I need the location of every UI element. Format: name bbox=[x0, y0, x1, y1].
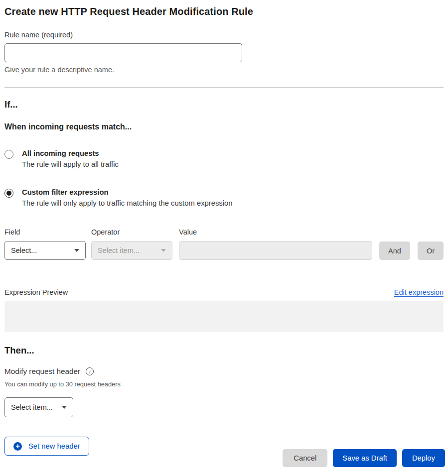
operator-label: Operator bbox=[91, 228, 172, 236]
rule-name-label: Rule name (required) bbox=[4, 31, 444, 39]
value-input bbox=[179, 241, 372, 260]
expression-preview-box bbox=[4, 301, 444, 332]
and-button[interactable]: And bbox=[379, 241, 410, 260]
if-heading: If... bbox=[4, 99, 444, 110]
then-heading: Then... bbox=[4, 345, 444, 356]
radio-option-label: Custom filter expression bbox=[22, 188, 232, 196]
or-button[interactable]: Or bbox=[418, 241, 444, 260]
modify-helper-text: You can modify up to 30 request headers bbox=[4, 380, 444, 388]
footer-action-bar: Cancel Save as Draft Deploy bbox=[283, 449, 445, 467]
rule-name-section: Rule name (required) Give your rule a de… bbox=[4, 31, 444, 74]
radio-option-description: The rule will apply to all traffic bbox=[22, 160, 119, 168]
create-rule-page: Create new HTTP Request Header Modificat… bbox=[0, 0, 448, 456]
operator-select: Select item... bbox=[91, 241, 172, 260]
value-label: Value bbox=[179, 228, 372, 236]
header-action-select-value: Select item... bbox=[11, 403, 53, 411]
andor-button-group: And Or bbox=[379, 241, 444, 260]
set-new-header-label: Set new header bbox=[28, 442, 80, 450]
radio-selected-icon[interactable] bbox=[4, 189, 13, 198]
chevron-down-icon bbox=[161, 249, 166, 252]
deploy-button[interactable]: Deploy bbox=[402, 449, 445, 467]
chevron-down-icon bbox=[62, 406, 67, 409]
field-select-value: Select... bbox=[11, 246, 37, 254]
radio-option-texts: Custom filter expression The rule will o… bbox=[22, 188, 232, 207]
cancel-button[interactable]: Cancel bbox=[283, 449, 327, 467]
operator-column: Operator Select item... bbox=[91, 228, 172, 260]
radio-option-all-requests[interactable]: All incoming requests The rule will appl… bbox=[4, 149, 444, 168]
expression-preview-header: Expression Preview Edit expression bbox=[4, 288, 444, 296]
set-new-header-button[interactable]: + Set new header bbox=[4, 437, 89, 456]
page-title: Create new HTTP Request Header Modificat… bbox=[4, 6, 444, 17]
modify-header-label: Modify request header bbox=[4, 367, 80, 376]
field-select[interactable]: Select... bbox=[4, 241, 86, 260]
header-action-select[interactable]: Select item... bbox=[4, 397, 73, 417]
save-as-draft-button[interactable]: Save as Draft bbox=[333, 449, 397, 467]
section-divider bbox=[4, 87, 444, 88]
radio-option-texts: All incoming requests The rule will appl… bbox=[22, 149, 119, 168]
radio-option-label: All incoming requests bbox=[22, 149, 119, 157]
info-icon[interactable]: i bbox=[86, 367, 94, 375]
edit-expression-link[interactable]: Edit expression bbox=[394, 288, 444, 296]
field-label: Field bbox=[4, 228, 86, 236]
plus-icon: + bbox=[13, 442, 22, 451]
rule-name-input[interactable] bbox=[4, 43, 242, 62]
radio-unselected-icon[interactable] bbox=[4, 150, 13, 159]
modify-header-row: Modify request header i bbox=[4, 367, 444, 376]
expression-preview-label: Expression Preview bbox=[4, 288, 68, 296]
rule-name-helper: Give your rule a descriptive name. bbox=[4, 66, 444, 74]
chevron-down-icon bbox=[74, 249, 79, 252]
expression-builder-row: Field Select... Operator Select item... … bbox=[4, 228, 444, 260]
radio-option-description: The rule will only apply to traffic matc… bbox=[22, 199, 232, 207]
radio-option-custom-expression[interactable]: Custom filter expression The rule will o… bbox=[4, 188, 444, 207]
match-subheading: When incoming requests match... bbox=[4, 122, 444, 131]
operator-select-value: Select item... bbox=[98, 246, 140, 254]
field-column: Field Select... bbox=[4, 228, 86, 260]
value-column: Value bbox=[179, 228, 372, 260]
